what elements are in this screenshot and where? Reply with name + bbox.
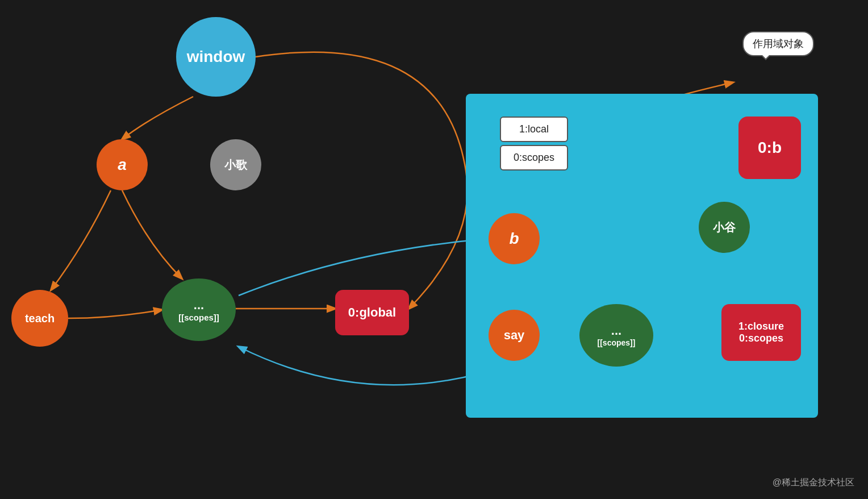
node-window: window xyxy=(176,17,256,97)
node-scopes-right: ... [[scopes]] xyxy=(579,304,653,367)
node-b-red: 0:b xyxy=(738,117,801,179)
node-global: 0:global xyxy=(335,290,409,335)
callout-scope-object: 作用域对象 xyxy=(742,31,814,56)
box-local: 1:local xyxy=(500,117,568,142)
right-panel: 1:local 0:scopes b 0:b 小谷 say ... [[scop… xyxy=(466,94,818,418)
node-b-orange: b xyxy=(489,213,540,264)
node-xiaoge: 小歌 xyxy=(210,139,261,190)
node-closure-box: 1:closure 0:scopes xyxy=(721,304,801,361)
node-scopes-left: ... [[scopes]] xyxy=(162,278,236,341)
node-teach: teach xyxy=(11,290,68,347)
node-a: a xyxy=(97,139,148,190)
node-xiaogu: 小谷 xyxy=(699,202,750,253)
box-scopes: 0:scopes xyxy=(500,145,568,171)
node-say: say xyxy=(489,310,540,361)
watermark: @稀土掘金技术社区 xyxy=(773,477,854,489)
